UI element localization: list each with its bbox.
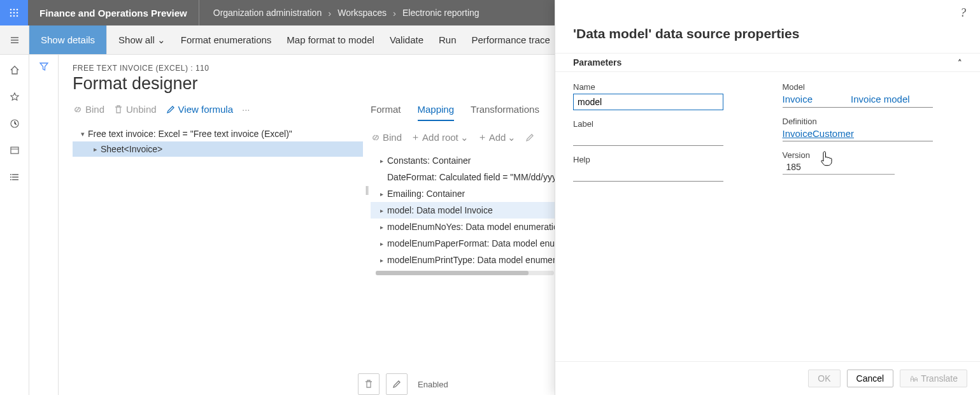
collapse-icon: ▾ [78, 130, 88, 138]
performance-trace-button[interactable]: Performance trace [472, 34, 550, 45]
help-label: Help [573, 155, 753, 164]
help-button[interactable]: ? [960, 6, 966, 20]
ellipsis-icon: ··· [242, 104, 250, 115]
more-button[interactable]: ··· [242, 104, 250, 115]
tree-node-label: DateFormat: Calculated field = "MM/dd/yy… [387, 172, 564, 182]
svg-point-4 [13, 12, 15, 14]
bind-button[interactable]: Bind [371, 132, 402, 143]
tab-transformations[interactable]: Transformations [471, 104, 539, 121]
expand-icon: ▸ [376, 240, 387, 247]
unbind-button[interactable]: Unbind [113, 104, 157, 115]
version-label: Version [783, 150, 963, 160]
app-launcher-button[interactable] [0, 0, 28, 25]
expand-icon: ▸ [376, 207, 387, 214]
expand-icon: ▸ [376, 224, 387, 231]
show-all-button[interactable]: Show all ⌄ [118, 34, 166, 46]
tab-mapping[interactable]: Mapping [418, 104, 455, 121]
tree-node-label: modelEnumNoYes: Data model enumeration [387, 222, 564, 232]
bind-button[interactable]: Bind [73, 104, 104, 115]
edit-button[interactable] [386, 373, 408, 395]
breadcrumb-item[interactable]: Organization administration [211, 8, 324, 18]
pencil-icon [392, 379, 402, 389]
svg-point-7 [13, 15, 15, 17]
chevron-down-icon: ⌄ [460, 132, 469, 143]
format-toolbar: Bind Unbind View formula ··· [73, 104, 363, 120]
delete-button[interactable] [358, 373, 380, 395]
add-root-button[interactable]: ＋ Add root ⌄ [411, 131, 469, 143]
tree-node-label: Free text invoice: Excel = "Free text in… [88, 129, 292, 139]
svg-point-2 [17, 9, 18, 11]
definition-link[interactable]: InvoiceCustomer [783, 128, 855, 139]
breadcrumb-item[interactable]: Workspaces [335, 8, 389, 18]
run-button[interactable]: Run [439, 34, 457, 45]
chevron-right-icon: › [389, 8, 400, 18]
expand-icon: ▸ [376, 190, 387, 198]
label-label: Label [573, 119, 753, 129]
add-button[interactable]: ＋ Add ⌄ [478, 131, 516, 143]
svg-point-0 [10, 9, 12, 11]
home-icon[interactable] [8, 64, 21, 76]
horizontal-scrollbar[interactable] [376, 271, 554, 275]
hamburger-icon [10, 35, 20, 45]
tree-node-label: Sheet<Invoice> [101, 144, 162, 154]
expand-icon: ▸ [90, 145, 101, 154]
model-value-link[interactable]: Invoice [783, 94, 813, 104]
filter-button[interactable] [39, 61, 49, 395]
show-all-label: Show all [118, 34, 155, 45]
trash-icon [113, 104, 124, 115]
pencil-icon [525, 133, 535, 143]
view-formula-button[interactable]: View formula [166, 104, 233, 115]
parameters-section-header[interactable]: Parameters ˄ [555, 53, 980, 72]
workspace-icon[interactable] [8, 144, 21, 157]
map-format-to-model-button[interactable]: Map format to model [287, 34, 374, 45]
edit-button[interactable] [525, 133, 535, 143]
name-input[interactable] [573, 94, 723, 110]
chevron-down-icon: ⌄ [157, 34, 166, 46]
translate-icon: 🗛 [909, 373, 918, 384]
star-icon[interactable] [8, 90, 21, 103]
tree-node-label: model: Data model Invoice [387, 205, 493, 215]
properties-panel: ? 'Data model' data source properties Pa… [555, 0, 980, 395]
enabled-label: Enabled [418, 380, 448, 389]
svg-point-13 [10, 179, 11, 180]
action-buttons: Show all ⌄ Format enumerations Map forma… [107, 25, 562, 54]
validate-button[interactable]: Validate [390, 34, 423, 45]
panel-footer: OK Cancel 🗛Translate [555, 361, 980, 395]
clock-icon[interactable] [8, 117, 21, 130]
expand-icon: ▸ [376, 157, 387, 164]
ok-button[interactable]: OK [808, 370, 840, 387]
waffle-icon [9, 8, 19, 18]
hamburger-menu-button[interactable] [0, 25, 29, 54]
tab-format[interactable]: Format [371, 104, 401, 121]
expand-icon: ▸ [376, 257, 387, 264]
show-details-button[interactable]: Show details [29, 25, 107, 54]
plus-icon: ＋ [478, 131, 487, 143]
tree-node-label: modelEnumPrintType: Data model enumerati… [387, 255, 575, 265]
link-icon [371, 133, 381, 143]
splitter-handle[interactable] [363, 104, 371, 275]
label-input[interactable] [573, 131, 723, 146]
svg-rect-10 [11, 147, 18, 154]
cancel-button[interactable]: Cancel [847, 370, 894, 387]
svg-point-3 [10, 12, 12, 14]
format-enumerations-button[interactable]: Format enumerations [181, 34, 272, 45]
tree-root-node[interactable]: ▾ Free text invoice: Excel = "Free text … [73, 126, 363, 141]
name-label: Name [573, 82, 753, 92]
tree-node-label: Constants: Container [387, 155, 471, 166]
section-label: Parameters [573, 57, 621, 68]
definition-label: Definition [783, 117, 963, 126]
breadcrumb: Organization administration › Workspaces… [199, 8, 494, 18]
tree-child-node[interactable]: ▸ Sheet<Invoice> [73, 141, 363, 157]
chevron-up-icon: ˄ [958, 58, 962, 68]
plus-icon: ＋ [411, 131, 420, 143]
link-icon [73, 104, 83, 115]
breadcrumb-item[interactable]: Electronic reporting [400, 8, 482, 18]
model-name-link[interactable]: Invoice model [851, 94, 910, 104]
model-label: Model [783, 82, 963, 92]
filter-column [29, 55, 59, 395]
translate-button[interactable]: 🗛Translate [900, 370, 967, 387]
list-icon[interactable] [8, 171, 21, 183]
help-input[interactable] [573, 166, 723, 182]
svg-point-12 [10, 176, 11, 178]
svg-point-5 [17, 12, 18, 14]
